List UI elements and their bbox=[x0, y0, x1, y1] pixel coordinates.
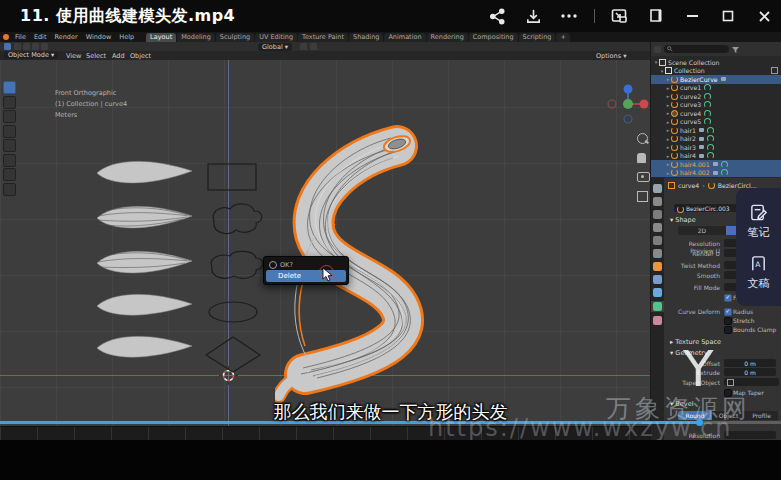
notes-button[interactable]: 笔记 bbox=[748, 203, 770, 240]
breadcrumb-object[interactable]: curve4 bbox=[678, 182, 699, 189]
outliner-header bbox=[651, 42, 781, 56]
minimize-icon[interactable] bbox=[681, 5, 703, 27]
menu-render[interactable]: Render bbox=[50, 32, 81, 42]
render-tab-icon[interactable] bbox=[653, 197, 662, 206]
outliner-row-hair4[interactable]: ▸hair4 bbox=[651, 152, 781, 161]
field-offset[interactable]: 0 m bbox=[724, 359, 776, 367]
outliner-row-collection[interactable]: ▾Collection bbox=[651, 67, 781, 76]
close-icon[interactable] bbox=[753, 5, 775, 27]
editor-type-icon[interactable] bbox=[4, 43, 11, 50]
tool-tab-icon[interactable] bbox=[653, 184, 662, 193]
annotate-tool-icon[interactable] bbox=[3, 168, 16, 181]
maximize-icon[interactable] bbox=[717, 5, 739, 27]
share-icon[interactable] bbox=[486, 5, 508, 27]
outliner-display-mode-icon[interactable] bbox=[654, 46, 661, 53]
object-tab-icon[interactable] bbox=[653, 262, 662, 271]
outliner-row-curve3[interactable]: ▸curve3 bbox=[651, 101, 781, 110]
modifiers-tab-icon[interactable] bbox=[653, 275, 662, 284]
rotate-tool-icon[interactable] bbox=[3, 125, 16, 138]
snap-magnet-icon[interactable] bbox=[300, 43, 307, 50]
cursor-tool-icon[interactable] bbox=[3, 96, 16, 109]
checkbox-bounds-clamp[interactable] bbox=[724, 326, 732, 334]
menu-help[interactable]: Help bbox=[115, 32, 138, 42]
viewport-menu-add[interactable]: Add bbox=[112, 52, 125, 60]
select-box-tool-icon[interactable] bbox=[3, 81, 16, 94]
outliner-row-hair4-002[interactable]: ▸hair4.002 bbox=[651, 169, 781, 178]
pan-hand-icon[interactable] bbox=[637, 153, 646, 163]
workspace-tab-rendering[interactable]: Rendering bbox=[427, 33, 468, 42]
viewport-3d[interactable]: Object Mode ▾ View Select Add Object Opt… bbox=[0, 51, 650, 426]
scene-tab-icon[interactable] bbox=[653, 236, 662, 245]
viewport-menu-object[interactable]: Object bbox=[130, 52, 151, 60]
mode-dropdown[interactable]: Object Mode ▾ bbox=[4, 52, 58, 59]
view-layer-tab-icon[interactable] bbox=[653, 223, 662, 232]
material-tab-icon[interactable] bbox=[653, 316, 662, 325]
delete-menu-item[interactable]: Delete bbox=[266, 270, 346, 282]
workspace-tab-shading[interactable]: Shading bbox=[349, 33, 383, 42]
physics-tab-icon[interactable] bbox=[653, 288, 662, 297]
select-mode-icon-3[interactable] bbox=[32, 43, 39, 50]
dimension-2d[interactable]: 2D bbox=[678, 226, 726, 235]
download-icon[interactable] bbox=[522, 5, 544, 27]
workspace-tab-compositing[interactable]: Compositing bbox=[469, 33, 518, 42]
options-dropdown[interactable]: Options ▾ bbox=[596, 52, 626, 60]
outliner-row-curve1[interactable]: ▸curve1 bbox=[651, 84, 781, 93]
proportional-edit-icon[interactable] bbox=[310, 43, 317, 50]
select-mode-icon-2[interactable] bbox=[23, 43, 30, 50]
orientation-dropdown[interactable]: Global ▾ bbox=[258, 43, 292, 51]
world-tab-icon[interactable] bbox=[653, 249, 662, 258]
workspace-tab-texture-paint[interactable]: Texture Paint bbox=[298, 33, 348, 42]
outliner-row-hair3[interactable]: ▸hair3 bbox=[651, 143, 781, 152]
workspace-tab-uv-editing[interactable]: UV Editing bbox=[255, 33, 297, 42]
outliner-row-hair1[interactable]: ▸hair1 bbox=[651, 126, 781, 135]
mini-player-icon[interactable] bbox=[609, 5, 631, 27]
viewport-menu-view[interactable]: View bbox=[66, 52, 81, 60]
outliner-row-curve4[interactable]: ▸curve4 bbox=[651, 109, 781, 118]
workspace-tab-scripting[interactable]: Scripting bbox=[519, 33, 556, 42]
checkbox-radius[interactable] bbox=[724, 308, 732, 316]
workspace-tab-sculpting[interactable]: Sculpting bbox=[216, 33, 254, 42]
video-frame[interactable]: File Edit Render Window Help Layout Mode… bbox=[0, 32, 781, 440]
navigation-gizmo[interactable] bbox=[605, 81, 650, 127]
workspace-tab-add[interactable]: + bbox=[556, 33, 569, 42]
section-shape[interactable]: ▾ Shape bbox=[670, 216, 696, 224]
workspace-tab-layout[interactable]: Layout bbox=[146, 33, 176, 42]
output-tab-icon[interactable] bbox=[653, 210, 662, 219]
label-radius: Radius bbox=[733, 308, 753, 315]
outliner-search-input[interactable] bbox=[664, 45, 729, 53]
transform-tool-icon[interactable] bbox=[3, 154, 16, 167]
field-taper-object[interactable] bbox=[724, 378, 779, 386]
dock-window-icon[interactable] bbox=[645, 5, 667, 27]
outliner-row-curve5[interactable]: ▸curve5 bbox=[651, 118, 781, 127]
search-icon bbox=[667, 46, 673, 52]
more-options-icon[interactable] bbox=[558, 5, 580, 27]
measure-tool-icon[interactable] bbox=[3, 183, 16, 196]
menu-file[interactable]: File bbox=[11, 32, 30, 42]
outliner-row-scene-collection[interactable]: ▾Scene Collection bbox=[651, 58, 781, 67]
select-mode-icon-4[interactable] bbox=[41, 43, 48, 50]
video-title: 11. 使用曲线建模头发.mp4 bbox=[20, 6, 235, 27]
checkbox-stretch[interactable] bbox=[724, 317, 732, 325]
workspace-tab-modeling[interactable]: Modeling bbox=[177, 33, 215, 42]
transcript-button[interactable]: A 文稿 bbox=[748, 254, 770, 291]
object-data-tab-active[interactable] bbox=[651, 301, 664, 312]
titlebar-actions bbox=[486, 0, 775, 32]
scale-tool-icon[interactable] bbox=[3, 139, 16, 152]
workspace-tab-animation[interactable]: Animation bbox=[384, 33, 425, 42]
outliner-row-beziercurve[interactable]: ▸BezierCurve bbox=[651, 75, 781, 84]
camera-view-icon[interactable] bbox=[637, 172, 650, 182]
zoom-icon[interactable] bbox=[637, 133, 648, 144]
viewport-header: Object Mode ▾ View Select Add Object Opt… bbox=[0, 51, 650, 60]
viewport-menu-select[interactable]: Select bbox=[86, 52, 106, 60]
outliner-row-hair4-001[interactable]: ▸hair4.001 bbox=[651, 160, 781, 169]
outliner-row-hair2[interactable]: ▸hair2 bbox=[651, 135, 781, 144]
checkbox-fill-deformed[interactable] bbox=[724, 294, 732, 302]
grid-toggle-icon[interactable] bbox=[637, 191, 648, 202]
filter-icon[interactable] bbox=[732, 46, 739, 53]
field-extrude[interactable]: 0 m bbox=[724, 368, 776, 376]
move-tool-icon[interactable] bbox=[3, 110, 16, 123]
menu-edit[interactable]: Edit bbox=[30, 32, 51, 42]
select-mode-icon-1[interactable] bbox=[14, 43, 21, 50]
outliner-row-curve2[interactable]: ▸curve2 bbox=[651, 92, 781, 101]
menu-window[interactable]: Window bbox=[82, 32, 116, 42]
